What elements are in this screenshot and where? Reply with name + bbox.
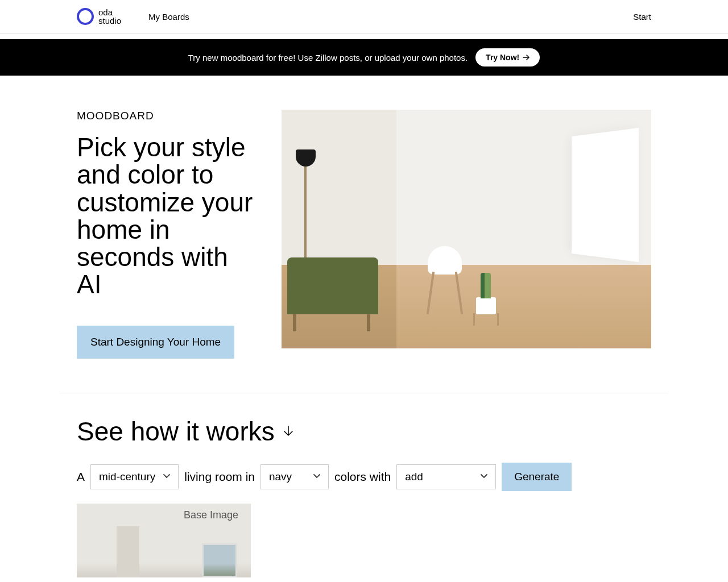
hero-title: Pick your style and color to customize y… [77,134,253,298]
window-graphic [572,128,639,262]
header-left: oda studio My Boards [77,8,189,25]
text-colors-with: colors with [334,470,391,484]
try-now-button[interactable]: Try Now! [475,48,540,66]
logo-text: oda studio [98,8,121,25]
chair-graphic [425,246,465,314]
hero-section: MOODBOARD Pick your style and color to c… [0,76,728,359]
lamp-graphic [304,161,307,263]
style-select[interactable]: mid-century [90,464,179,489]
how-it-works-title: See how it works [77,416,651,447]
text-living-room-in: living room in [184,470,255,484]
nav-start[interactable]: Start [633,12,651,22]
hero-content: MOODBOARD Pick your style and color to c… [77,110,253,359]
color-select-value: navy [269,471,292,483]
chevron-down-icon [479,471,489,483]
how-it-works-section: See how it works A mid-century living ro… [0,393,728,491]
how-it-works-title-text: See how it works [77,416,275,447]
arrow-right-icon [523,53,530,62]
generator-form: A mid-century living room in navy colors… [77,463,651,491]
header: oda studio My Boards Start [0,0,728,34]
logo[interactable]: oda studio [77,8,121,25]
style-select-value: mid-century [99,471,155,483]
color-select[interactable]: navy [260,464,329,489]
hero-image [282,110,651,348]
nav-my-boards[interactable]: My Boards [148,12,189,22]
base-image-wall [117,526,139,577]
base-image-label: Base Image [184,509,238,521]
base-image-card[interactable]: Base Image [77,504,251,577]
sofa-graphic [287,257,378,314]
hero-label: MOODBOARD [77,110,253,122]
banner-text: Try new moodboard for free! Use Zillow p… [188,53,468,63]
text-a: A [77,470,85,484]
chevron-down-icon [312,471,321,483]
accent-select[interactable]: add [396,464,496,489]
promo-banner: Try new moodboard for free! Use Zillow p… [0,39,728,76]
logo-circle-icon [77,8,94,25]
hero-image-right [396,110,652,348]
generate-button[interactable]: Generate [502,463,572,491]
arrow-down-icon [282,425,295,438]
plant-graphic [476,297,496,314]
chevron-down-icon [162,471,171,483]
logo-line1: oda [98,8,121,16]
base-image-window [202,543,237,577]
hero-image-left [282,110,396,348]
logo-line2: studio [98,16,121,25]
start-designing-button[interactable]: Start Designing Your Home [77,326,234,359]
accent-select-value: add [405,471,423,483]
try-now-label: Try Now! [486,53,519,62]
